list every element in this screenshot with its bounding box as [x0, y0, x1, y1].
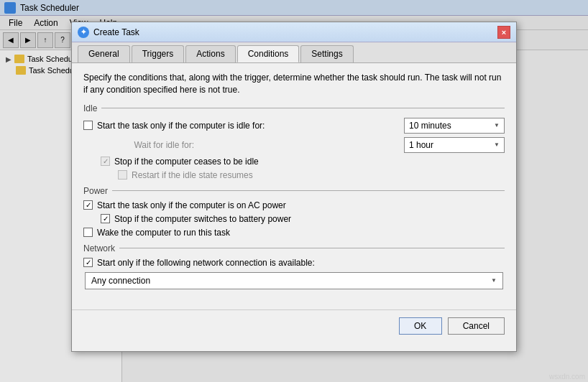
tab-actions[interactable]: Actions: [185, 45, 235, 62]
tab-conditions[interactable]: Conditions: [237, 45, 300, 62]
ac-power-row: Start the task only if the computer is o…: [83, 200, 505, 210]
tab-triggers[interactable]: Triggers: [132, 45, 185, 62]
network-connection-value: Any connection: [91, 276, 150, 286]
tab-general[interactable]: General: [78, 45, 130, 62]
network-connection-row: Start only if the following network conn…: [83, 258, 505, 268]
idle-start-checkbox[interactable]: [83, 121, 93, 130]
battery-row: Stop if the computer switches to battery…: [101, 214, 505, 224]
dialog-title: Create Task: [93, 27, 139, 37]
dialog-body: Specify the conditions that, along with …: [72, 63, 516, 302]
idle-section-label: Idle: [83, 103, 97, 113]
idle-section-header: Idle: [83, 103, 505, 113]
idle-duration-arrow: ▼: [494, 122, 500, 129]
power-section-label: Power: [83, 186, 108, 196]
watermark: wsxdn.com: [549, 373, 585, 381]
tab-settings[interactable]: Settings: [300, 45, 353, 62]
network-section-label: Network: [83, 243, 115, 253]
power-section-header: Power: [83, 186, 505, 196]
idle-duration-dropdown[interactable]: 10 minutes ▼: [404, 118, 505, 134]
description-text: Specify the conditions that, along with …: [83, 72, 505, 96]
battery-checkbox[interactable]: [101, 214, 110, 223]
dialog-titlebar-left: ✦ Create Task: [78, 27, 139, 38]
ac-power-label: Start the task only if the computer is o…: [97, 200, 286, 210]
battery-label: Stop if the computer switches to battery…: [114, 214, 291, 224]
cancel-button[interactable]: Cancel: [448, 317, 505, 335]
dialog-titlebar: ✦ Create Task ×: [72, 22, 516, 42]
restart-idle-checkbox[interactable]: [118, 170, 127, 180]
ok-button[interactable]: OK: [399, 317, 442, 335]
ac-power-checkbox[interactable]: [83, 200, 93, 210]
wait-for-row: Wait for idle for: 1 hour ▼: [101, 137, 505, 153]
wait-label: Wait for idle for:: [101, 140, 194, 150]
idle-start-row: Start the task only if the computer is i…: [83, 118, 505, 134]
wait-duration-value: 1 hour: [409, 140, 433, 150]
stop-idle-checkbox[interactable]: [101, 157, 110, 166]
network-dropdown-arrow: ▼: [491, 277, 497, 284]
dialog-icon: ✦: [78, 27, 89, 38]
dialog-footer: OK Cancel: [72, 309, 516, 342]
network-connection-dropdown[interactable]: Any connection ▼: [85, 272, 503, 289]
close-button[interactable]: ×: [497, 26, 510, 39]
idle-start-label: Start the task only if the computer is i…: [97, 121, 265, 131]
network-connection-checkbox[interactable]: [83, 258, 93, 267]
wake-checkbox[interactable]: [83, 228, 93, 237]
restart-idle-row: Restart if the idle state resumes: [118, 170, 505, 180]
wake-row: Wake the computer to run this task: [83, 228, 505, 238]
wake-label: Wake the computer to run this task: [97, 228, 230, 238]
stop-idle-label: Stop if the computer ceases to be idle: [114, 157, 259, 167]
modal-overlay: ✦ Create Task × General Triggers Actions…: [0, 0, 588, 382]
wait-duration-arrow: ▼: [494, 141, 500, 148]
network-connection-label: Start only if the following network conn…: [97, 258, 315, 268]
tabs-container: General Triggers Actions Conditions Sett…: [72, 42, 516, 63]
wait-duration-dropdown[interactable]: 1 hour ▼: [404, 137, 505, 153]
restart-idle-label: Restart if the idle state resumes: [132, 170, 253, 180]
create-task-dialog: ✦ Create Task × General Triggers Actions…: [71, 22, 517, 352]
stop-idle-row: Stop if the computer ceases to be idle: [101, 157, 505, 167]
network-section-header: Network: [83, 243, 505, 253]
idle-duration-value: 10 minutes: [409, 121, 451, 131]
